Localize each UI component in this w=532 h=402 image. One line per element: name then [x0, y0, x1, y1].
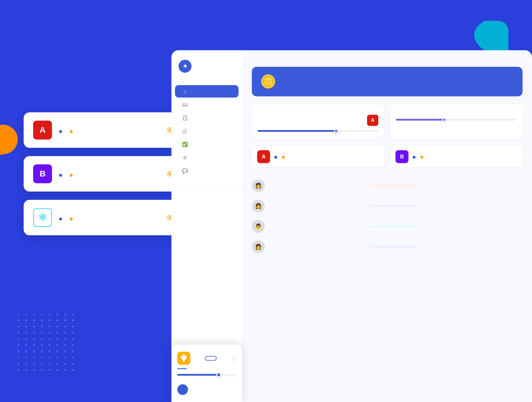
react-info — [59, 215, 74, 221]
ebook-icon: 📖 — [182, 102, 188, 107]
mentor-avatar-1: 👩 — [252, 179, 265, 192]
settings-label — [171, 189, 242, 193]
sketch-popup-header: ⋮ — [177, 352, 236, 365]
cat-info-angular — [274, 155, 287, 159]
react-badge-1 — [59, 218, 64, 221]
mentor-tag-1 — [370, 184, 417, 187]
dashboard-icon: ⌂ — [182, 89, 188, 94]
community-icon: 💬 — [182, 168, 188, 174]
bootstrap-icon: B — [33, 164, 52, 183]
mentor-row-4[interactable]: 👩 — [252, 237, 523, 257]
sidebar-item-code-challenges[interactable]: ⚙ — [175, 151, 239, 164]
course-card-react[interactable]: ⚛ — [24, 200, 183, 235]
badge-dot-blue — [59, 130, 62, 133]
mentor-avatar-4: 👩 — [252, 240, 265, 253]
sidebar-logo: ✦ — [171, 60, 242, 81]
angular-badge-1 — [59, 130, 64, 133]
badge-dot-orange-3 — [70, 218, 73, 221]
sidebar-item-completed-courses[interactable]: ✅ — [175, 138, 239, 151]
banner-emoji: 🪙 — [260, 74, 276, 89]
bootstrap-badge-1 — [59, 174, 64, 177]
mentor-row-2[interactable]: 👩 — [252, 196, 523, 216]
course-icon-angular-sm: A — [367, 115, 378, 126]
react-badge-2 — [70, 218, 74, 221]
mentor-avatar-3: 👨 — [252, 220, 265, 233]
bootstrap-badges — [59, 174, 74, 177]
mentor-row-3[interactable]: 👨 — [252, 216, 523, 237]
sidebar-item-purchase-course[interactable]: 🛒 — [175, 125, 239, 137]
mentor-tag-2 — [370, 205, 417, 207]
course-progress-card-1[interactable]: A — [252, 105, 384, 138]
badge-dot-blue-3 — [59, 218, 62, 221]
sketch-progress-fill — [177, 374, 219, 376]
sketch-progress-bar — [177, 374, 236, 376]
badge-dot-blue-2 — [59, 174, 62, 177]
purchase-course-icon: 🛒 — [182, 128, 188, 134]
angular-info — [59, 127, 74, 133]
code-challenges-icon: ⚙ — [182, 155, 188, 161]
done-button[interactable] — [205, 356, 217, 361]
main-content: 🪙 A — [242, 50, 532, 402]
sidebar-item-ebook[interactable]: 📖 — [175, 98, 239, 111]
sketch-underline — [177, 368, 187, 369]
main-menu-label — [171, 81, 242, 85]
bootstrap-info — [59, 171, 74, 177]
settings-section — [171, 184, 242, 193]
cat-info-bootstrap — [413, 155, 425, 159]
sketch-progress-handle[interactable] — [216, 372, 221, 377]
course-card-angular[interactable]: A — [24, 112, 183, 148]
sidebar-item-my-courses[interactable]: 📋 — [175, 111, 239, 124]
cat-icon-angular: A — [257, 150, 270, 163]
course-cards-list: A B — [24, 112, 183, 235]
course-card-bootstrap[interactable]: B — [24, 156, 183, 192]
progress-handle-1[interactable] — [334, 129, 338, 133]
mentor-tag-3 — [370, 225, 417, 228]
badge-dot-orange — [70, 130, 73, 133]
course-header-1: A — [258, 115, 378, 126]
mentor-tag-4 — [370, 246, 417, 248]
progress-handle-2[interactable] — [442, 118, 446, 122]
sidebar-item-community[interactable]: 💬 — [175, 165, 239, 177]
cat-badges-angular — [274, 156, 287, 159]
progress-bar-1 — [258, 130, 378, 132]
cat-badges-bootstrap — [413, 156, 425, 159]
angular-icon: A — [33, 121, 52, 140]
bootstrap-badge-2 — [70, 174, 74, 177]
react-icon: ⚛ — [33, 208, 52, 227]
category-angular[interactable]: A — [252, 146, 384, 167]
sketch-popup: ⋮ — [171, 345, 242, 402]
subscription-banner: 🪙 — [252, 67, 523, 96]
sidebar-item-dashboard[interactable]: ⌂ — [175, 85, 239, 98]
course-progress-card-2[interactable] — [390, 105, 523, 138]
progress-bar-2 — [396, 119, 517, 121]
user-avatar — [177, 384, 188, 395]
progress-fill-2 — [396, 119, 444, 121]
mentor-avatar-2: 👩 — [252, 200, 265, 213]
more-options-icon[interactable]: ⋮ — [231, 355, 236, 362]
category-bootstrap[interactable]: B — [390, 146, 523, 167]
my-courses-icon: 📋 — [182, 115, 188, 121]
react-badges — [59, 218, 74, 221]
progress-fill-1 — [258, 130, 336, 132]
badge-dot-orange-2 — [70, 174, 73, 177]
angular-badges — [59, 130, 74, 133]
completed-courses-icon: ✅ — [182, 142, 188, 147]
cat-icon-bootstrap: B — [395, 150, 408, 163]
mentor-row-1[interactable]: 👩 — [252, 176, 523, 196]
dots-decoration: const dg = document.querySelector('.dots… — [18, 313, 77, 372]
categories-row: A B — [252, 146, 523, 167]
angular-badge-2 — [70, 130, 74, 133]
sketch-app-icon — [177, 352, 190, 365]
user-row — [177, 382, 236, 395]
courses-in-progress-row: A — [252, 105, 523, 138]
logo-icon: ✦ — [179, 60, 192, 73]
mentors-section: 👩 👩 👨 👩 — [252, 176, 523, 257]
